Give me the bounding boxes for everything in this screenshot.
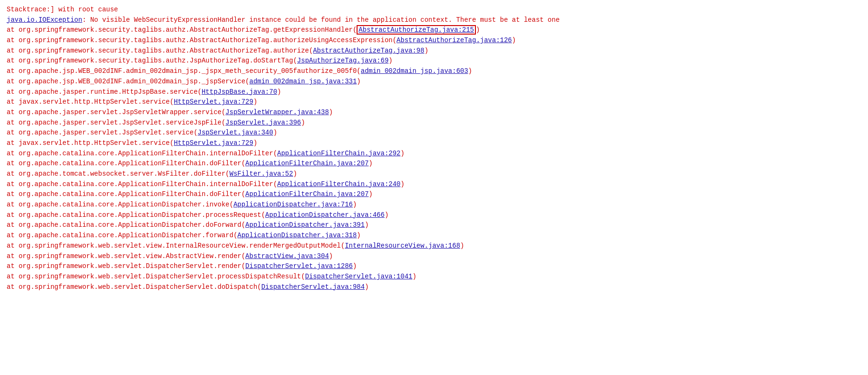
stack-frame-link[interactable]: JspServlet.java:396 (225, 119, 301, 126)
stack-frame-class: javax.servlet.http.HttpServlet.service( (18, 98, 174, 106)
stack-frame-class: org.springframework.security.taglibs.aut… (18, 36, 396, 44)
stack-frame-line: at org.apache.jasper.servlet.JspServletW… (7, 107, 861, 118)
stack-frame-indent: at (7, 201, 18, 208)
stack-frame-line: at org.apache.catalina.core.ApplicationF… (7, 159, 861, 169)
stack-frame-line: at org.apache.catalina.core.ApplicationF… (7, 149, 861, 159)
stack-frame-suffix: ) (253, 98, 257, 106)
stack-frame-line: at org.apache.jsp.WEB_002dINF.admin_002d… (7, 77, 861, 87)
stack-frame-suffix: ) (353, 201, 357, 208)
stack-frame-indent: at (7, 273, 18, 280)
stack-frame-suffix: ) (468, 67, 472, 75)
stack-frame-class: org.apache.catalina.core.ApplicationFilt… (18, 150, 277, 157)
stack-frame-line: at org.springframework.web.servlet.Dispa… (7, 261, 861, 272)
stack-frame-class: org.springframework.security.taglibs.aut… (18, 47, 313, 54)
stack-frame-line: at javax.servlet.http.HttpServlet.servic… (7, 138, 861, 149)
stack-frame-link[interactable]: AbstractAuthorizeTag.java:98 (313, 47, 424, 54)
stack-frame-suffix: ) (329, 108, 333, 116)
stack-frame-line: at org.springframework.web.servlet.Dispa… (7, 282, 861, 293)
stack-frame-line: at org.apache.jasper.servlet.JspServlet.… (7, 128, 861, 138)
stack-frame-suffix: ) (369, 190, 373, 198)
stack-frame-indent: at (7, 190, 18, 198)
stack-frame-link[interactable]: ApplicationFilterChain.java:240 (277, 180, 400, 188)
stack-frame-suffix: ) (253, 139, 257, 147)
stack-frame-link[interactable]: ApplicationFilterChain.java:292 (277, 150, 400, 157)
stack-frame-suffix: ) (353, 262, 357, 270)
stack-frame-link[interactable]: HttpJspBase.java:70 (202, 88, 277, 96)
stack-frame-indent: at (7, 211, 18, 219)
stack-frame-line: at org.apache.tomcat.websocket.server.Ws… (7, 169, 861, 179)
stack-frame-line: at org.springframework.web.servlet.view.… (7, 251, 861, 262)
stack-frame-class: org.apache.jasper.servlet.JspServlet.ser… (18, 129, 197, 136)
stack-frame-link[interactable]: DispatcherServlet.java:984 (261, 283, 365, 291)
stack-frame-suffix: ) (277, 88, 281, 96)
stack-frame-indent: at (7, 262, 18, 270)
header-text: Stacktrace:] with root cause (7, 6, 118, 13)
stack-frame-indent: at (7, 67, 18, 75)
stack-frame-line: at org.springframework.web.servlet.Dispa… (7, 272, 861, 282)
exception-class-link[interactable]: java.io.IOException (7, 16, 82, 24)
stack-frame-link[interactable]: WsFilter.java:52 (230, 170, 293, 178)
stack-frame-suffix: ) (369, 160, 373, 167)
stack-frame-suffix: ) (301, 119, 305, 126)
stack-frame-line: at org.apache.jsp.WEB_002dINF.admin_002d… (7, 66, 861, 77)
stack-frame-indent: at (7, 242, 18, 250)
stack-frame-suffix: ) (424, 47, 428, 54)
stack-frame-suffix: ) (385, 211, 388, 219)
stack-frame-indent: at (7, 283, 18, 291)
stack-frame-indent: at (7, 139, 18, 147)
stack-frame-class: org.apache.jsp.WEB_002dINF.admin_002dmai… (18, 67, 361, 75)
stack-frame-line: at org.springframework.security.taglibs.… (7, 46, 861, 56)
stack-frame-link[interactable]: ApplicationDispatcher.java:716 (233, 201, 353, 208)
stack-frame-link[interactable]: InternalResourceView.java:168 (345, 242, 460, 250)
stack-frame-indent: at (7, 180, 18, 188)
stack-frame-link[interactable]: admin_002dmain_jsp.java:331 (250, 78, 357, 85)
stack-frame-link[interactable]: DispatcherServlet.java:1286 (245, 262, 353, 270)
stack-frame-line: at org.springframework.security.taglibs.… (7, 56, 861, 66)
stack-frame-indent: at (7, 108, 18, 116)
stack-frame-line: at org.springframework.web.servlet.view.… (7, 241, 861, 251)
stack-frame-suffix: ) (273, 129, 277, 136)
stack-frame-line: at org.apache.catalina.core.ApplicationD… (7, 220, 861, 231)
stack-frame-class: org.apache.catalina.core.ApplicationDisp… (18, 211, 265, 219)
stack-frame-link[interactable]: admin_002dmain_jsp.java:603 (361, 67, 468, 75)
stack-frame-suffix: ) (401, 150, 404, 157)
stack-frame-suffix: ) (512, 36, 516, 44)
exception-message: : No visible WebSecurityExpressionHandle… (82, 16, 560, 24)
stack-frame-link[interactable]: AbstractView.java:304 (245, 252, 329, 260)
stack-frame-link[interactable]: ApplicationDispatcher.java:466 (265, 211, 385, 219)
stack-frame-line: at org.apache.catalina.core.ApplicationD… (7, 210, 861, 221)
stack-frame-link[interactable]: JspAuthorizeTag.java:69 (297, 57, 388, 64)
stack-frame-line: at org.apache.catalina.core.ApplicationF… (7, 179, 861, 190)
stack-frame-link[interactable]: AbstractAuthorizeTag.java:126 (396, 36, 512, 44)
stack-frame-link[interactable]: HttpServlet.java:729 (174, 98, 253, 106)
stack-frame-suffix: ) (365, 221, 368, 229)
stack-frame-line: at org.apache.catalina.core.ApplicationD… (7, 200, 861, 210)
stack-frame-line: at javax.servlet.http.HttpServlet.servic… (7, 97, 861, 107)
stack-frame-link[interactable]: JspServletWrapper.java:438 (225, 108, 329, 116)
stack-frame-suffix: ) (389, 57, 393, 64)
stack-frame-link[interactable]: DispatcherServlet.java:1041 (305, 273, 412, 280)
stack-frame-suffix: ) (357, 78, 360, 85)
stack-frame-link[interactable]: ApplicationDispatcher.java:391 (245, 221, 365, 229)
stack-frame-indent: at (7, 252, 18, 260)
stack-frame-link[interactable]: HttpServlet.java:729 (174, 139, 253, 147)
stack-frame-link[interactable]: AbstractAuthorizeTag.java:215 (358, 26, 474, 34)
stack-frame-suffix: ) (401, 180, 404, 188)
stack-frame-indent: at (7, 170, 18, 178)
stack-frame-suffix: ) (357, 232, 360, 239)
stack-frame-link[interactable]: ApplicationFilterChain.java:207 (245, 190, 368, 198)
stack-frame-suffix: ) (460, 242, 464, 250)
stack-frame-link[interactable]: JspServlet.java:340 (197, 129, 273, 136)
stack-frame-class: org.springframework.web.servlet.view.Abs… (18, 252, 245, 260)
stack-frame-indent: at (7, 98, 18, 106)
stack-frame-class: org.apache.jasper.servlet.JspServlet.ser… (18, 119, 225, 126)
stack-frame-link[interactable]: ApplicationFilterChain.java:207 (245, 160, 368, 167)
stack-frame-class: org.apache.jasper.runtime.HttpJspBase.se… (18, 88, 201, 96)
stack-frame-class: org.apache.jsp.WEB_002dINF.admin_002dmai… (18, 78, 249, 85)
stack-frame-line: at org.springframework.security.taglibs.… (7, 25, 861, 36)
stack-frame-link[interactable]: ApplicationDispatcher.java:318 (237, 232, 357, 239)
stack-frame-line: at org.apache.catalina.core.ApplicationF… (7, 189, 861, 200)
stacktrace-header-line: Stacktrace:] with root cause (7, 5, 861, 15)
stack-frame-class: org.apache.catalina.core.ApplicationDisp… (18, 201, 233, 208)
stack-frame-line: at org.springframework.security.taglibs.… (7, 36, 861, 46)
